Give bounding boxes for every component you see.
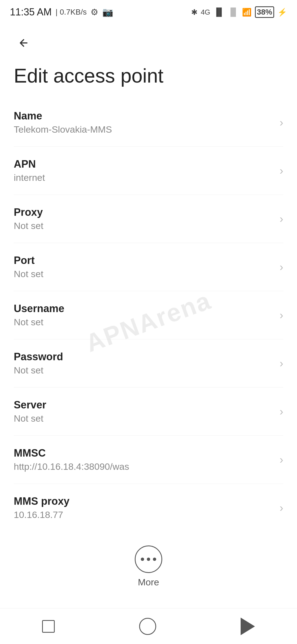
signal-bars2-icon: ▐▌ — [228, 8, 239, 17]
nav-back-button[interactable] — [235, 612, 260, 641]
settings-item-value-4: Not set — [14, 317, 274, 328]
settings-item-label-6: Server — [14, 399, 274, 411]
nav-triangle-icon — [241, 618, 255, 635]
settings-item-content-6: ServerNot set — [14, 399, 274, 424]
settings-item-label-8: MMS proxy — [14, 495, 274, 507]
chevron-right-icon: › — [280, 357, 283, 370]
chevron-right-icon: › — [280, 405, 283, 418]
battery-indicator: 38% — [255, 6, 274, 18]
settings-item-value-1: internet — [14, 172, 274, 183]
settings-item-label-5: Password — [14, 351, 274, 363]
nav-recent-button[interactable] — [37, 615, 60, 638]
settings-item-value-6: Not set — [14, 413, 274, 424]
settings-item-content-4: UsernameNot set — [14, 303, 274, 328]
settings-item[interactable]: ProxyNot set› — [14, 195, 283, 243]
settings-item-content-2: ProxyNot set — [14, 206, 274, 231]
page-title-container: Edit access point — [0, 58, 297, 99]
chevron-right-icon: › — [280, 261, 283, 273]
settings-item-content-1: APNinternet — [14, 158, 274, 183]
settings-item-label-0: Name — [14, 110, 274, 122]
settings-item-content-8: MMS proxy10.16.18.77 — [14, 495, 274, 520]
settings-item-label-2: Proxy — [14, 206, 274, 218]
settings-item[interactable]: APNinternet› — [14, 147, 283, 195]
settings-item[interactable]: PasswordNot set› — [14, 339, 283, 388]
settings-item-value-3: Not set — [14, 269, 274, 279]
more-button-container: More — [0, 532, 297, 599]
more-dots-icon — [141, 558, 156, 561]
back-arrow-container — [0, 22, 297, 58]
chevron-right-icon: › — [280, 454, 283, 466]
nav-circle-icon — [139, 618, 156, 635]
charging-icon: ⚡ — [277, 8, 287, 17]
settings-item-label-4: Username — [14, 303, 274, 315]
settings-item[interactable]: NameTelekom-Slovakia-MMS› — [14, 99, 283, 147]
chevron-right-icon: › — [280, 165, 283, 177]
nav-home-button[interactable] — [134, 612, 162, 640]
status-speed: | 0.7KB/s — [56, 8, 87, 17]
settings-item-value-8: 10.16.18.77 — [14, 509, 274, 520]
chevron-right-icon: › — [280, 116, 283, 129]
settings-item-value-7: http://10.16.18.4:38090/was — [14, 461, 274, 472]
settings-item-value-5: Not set — [14, 365, 274, 376]
more-label: More — [138, 577, 159, 588]
settings-item-label-3: Port — [14, 255, 274, 266]
settings-item[interactable]: UsernameNot set› — [14, 291, 283, 339]
status-bar: 11:35 AM | 0.7KB/s ⚙ 📷 ✱ 4G ▐▌ ▐▌ 📶 38% … — [0, 0, 297, 22]
page-title: Edit access point — [14, 64, 283, 88]
chevron-right-icon: › — [280, 502, 283, 514]
signal-bars-icon: ▐▌ — [214, 8, 225, 17]
nav-square-icon — [42, 620, 55, 633]
settings-item-content-3: PortNot set — [14, 255, 274, 279]
settings-item-content-5: PasswordNot set — [14, 351, 274, 376]
signal-4g-icon: 4G — [201, 8, 210, 17]
back-button[interactable] — [14, 33, 34, 53]
settings-item[interactable]: MMS proxy10.16.18.77› — [14, 484, 283, 532]
settings-item-content-7: MMSChttp://10.16.18.4:38090/was — [14, 447, 274, 472]
chevron-right-icon: › — [280, 309, 283, 321]
status-right: ✱ 4G ▐▌ ▐▌ 📶 38% ⚡ — [191, 6, 287, 18]
chevron-right-icon: › — [280, 213, 283, 225]
settings-item-content-0: NameTelekom-Slovakia-MMS — [14, 110, 274, 135]
settings-item[interactable]: MMSChttp://10.16.18.4:38090/was› — [14, 436, 283, 484]
wifi-icon: 📶 — [242, 8, 252, 17]
status-left: 11:35 AM | 0.7KB/s ⚙ 📷 — [10, 6, 113, 18]
settings-item-label-1: APN — [14, 158, 274, 170]
settings-item-value-0: Telekom-Slovakia-MMS — [14, 124, 274, 135]
more-button[interactable] — [135, 545, 162, 573]
settings-list: NameTelekom-Slovakia-MMS›APNinternet›Pro… — [0, 99, 297, 532]
settings-item-value-2: Not set — [14, 220, 274, 231]
settings-item[interactable]: PortNot set› — [14, 243, 283, 291]
settings-item-label-7: MMSC — [14, 447, 274, 459]
bluetooth-icon: ✱ — [191, 8, 197, 17]
camera-icon: 📷 — [102, 7, 113, 17]
settings-icon: ⚙ — [90, 7, 98, 17]
bottom-nav — [0, 608, 297, 644]
settings-item[interactable]: ServerNot set› — [14, 388, 283, 436]
status-time: 11:35 AM — [10, 6, 52, 18]
